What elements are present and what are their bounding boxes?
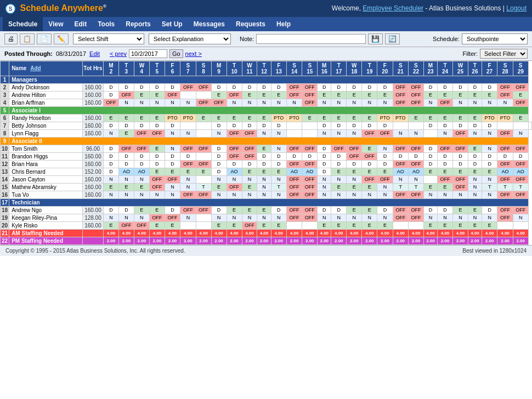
day-cell[interactable]: N: [134, 175, 149, 183]
day-cell[interactable]: OFF: [149, 129, 165, 137]
day-cell[interactable]: D: [211, 206, 227, 214]
day-cell[interactable]: N: [423, 191, 437, 198]
day-cell[interactable]: OFF: [286, 145, 302, 152]
day-cell[interactable]: N: [482, 175, 497, 183]
day-cell[interactable]: OFF: [393, 99, 408, 106]
day-cell[interactable]: OFF: [286, 206, 302, 214]
day-cell[interactable]: D: [408, 152, 423, 160]
day-cell[interactable]: D: [482, 152, 497, 160]
day-cell[interactable]: N: [377, 214, 393, 221]
nav-schedule[interactable]: Schedule: [3, 17, 43, 31]
day-cell[interactable]: N: [468, 191, 482, 198]
day-cell[interactable]: N: [242, 214, 257, 221]
day-cell[interactable]: D: [437, 160, 452, 168]
day-cell[interactable]: OFF: [452, 129, 468, 137]
day-cell[interactable]: OFF: [362, 129, 377, 137]
day-cell[interactable]: N: [211, 129, 227, 137]
day-cell[interactable]: D: [103, 91, 118, 99]
day-cell[interactable]: OFF: [331, 145, 347, 152]
day-cell[interactable]: N: [227, 214, 242, 221]
day-cell[interactable]: N: [118, 214, 134, 221]
day-cell[interactable]: N: [331, 99, 347, 106]
day-cell[interactable]: E: [513, 91, 528, 99]
day-cell[interactable]: D: [423, 145, 437, 152]
day-cell[interactable]: [196, 221, 211, 229]
day-cell[interactable]: OFF: [196, 160, 211, 168]
day-cell[interactable]: D: [318, 206, 331, 214]
table-row[interactable]: 3Andrew Hilton160.00DOFFEEOFFEOFFEEEOFFO…: [1, 91, 532, 99]
add-link[interactable]: Add: [30, 65, 41, 71]
day-cell[interactable]: OFF: [513, 83, 528, 91]
day-cell[interactable]: E: [347, 168, 362, 175]
day-cell[interactable]: E: [242, 114, 257, 122]
day-cell[interactable]: E: [423, 91, 437, 99]
table-row[interactable]: 2Andy Dickinson160.00DDDDDOFFOFFDDDDDOFF…: [1, 83, 532, 91]
day-cell[interactable]: N: [318, 129, 331, 137]
day-cell[interactable]: D: [393, 152, 408, 160]
table-row[interactable]: 14Jason Cayton160.00NNNOFFOFFNNNNNNOFFOF…: [1, 175, 532, 183]
day-cell[interactable]: E: [362, 206, 377, 214]
day-cell[interactable]: OFF: [286, 175, 302, 183]
day-cell[interactable]: OFF: [211, 99, 227, 106]
day-cell[interactable]: [393, 122, 408, 129]
day-cell[interactable]: E: [362, 168, 377, 175]
day-cell[interactable]: E: [103, 183, 118, 191]
day-cell[interactable]: N: [482, 214, 497, 221]
nav-messages[interactable]: Messages: [188, 17, 230, 31]
day-cell[interactable]: D: [271, 83, 286, 91]
day-cell[interactable]: OFF: [165, 214, 180, 221]
day-cell[interactable]: OFF: [437, 145, 452, 152]
day-cell[interactable]: N: [452, 191, 468, 198]
day-cell[interactable]: D: [331, 206, 347, 214]
day-cell[interactable]: OFF: [302, 191, 318, 198]
day-cell[interactable]: N: [165, 129, 180, 137]
day-cell[interactable]: N: [408, 129, 423, 137]
nav-reports[interactable]: Reports: [120, 17, 156, 31]
day-cell[interactable]: E: [149, 206, 165, 214]
day-cell[interactable]: OFF: [347, 152, 362, 160]
day-cell[interactable]: [286, 129, 302, 137]
day-cell[interactable]: OFF: [513, 145, 528, 152]
day-cell[interactable]: OFF: [393, 206, 408, 214]
day-cell[interactable]: D: [118, 122, 134, 129]
day-cell[interactable]: OFF: [497, 83, 513, 91]
day-cell[interactable]: E: [377, 91, 393, 99]
day-cell[interactable]: D: [103, 122, 118, 129]
day-cell[interactable]: N: [377, 191, 393, 198]
day-cell[interactable]: E: [318, 221, 331, 229]
day-cell[interactable]: OFF: [393, 145, 408, 152]
day-cell[interactable]: [528, 122, 531, 129]
employee-name[interactable]: Jason Cayton: [9, 175, 83, 183]
note-save-icon[interactable]: 💾: [368, 33, 383, 44]
day-cell[interactable]: E: [423, 183, 437, 191]
day-cell[interactable]: N: [482, 191, 497, 198]
day-cell[interactable]: N: [318, 99, 331, 106]
employee-name[interactable]: Chris Bernard: [9, 168, 83, 175]
day-cell[interactable]: N: [347, 175, 362, 183]
day-cell[interactable]: N: [513, 214, 528, 221]
day-cell[interactable]: OFF: [302, 206, 318, 214]
day-cell[interactable]: D: [423, 83, 437, 91]
copy-icon[interactable]: 📋: [20, 33, 35, 44]
day-cell[interactable]: E: [377, 168, 393, 175]
day-cell[interactable]: OFF: [180, 83, 196, 91]
logout-link[interactable]: Logout: [506, 4, 527, 12]
day-cell[interactable]: E: [211, 183, 227, 191]
day-cell[interactable]: AO: [393, 168, 408, 175]
table-row[interactable]: 19Keegan Riley-Pina128.00NNNOFFOFFNNNNNN…: [1, 214, 532, 221]
day-cell[interactable]: E: [134, 114, 149, 122]
day-cell[interactable]: N: [257, 129, 271, 137]
day-cell[interactable]: E: [149, 145, 165, 152]
day-cell[interactable]: D: [468, 160, 482, 168]
day-cell[interactable]: OFF: [437, 99, 452, 106]
day-cell[interactable]: E: [331, 183, 347, 191]
day-cell[interactable]: N: [452, 214, 468, 221]
day-cell[interactable]: E: [211, 91, 227, 99]
day-cell[interactable]: AO: [302, 168, 318, 175]
day-cell[interactable]: E: [118, 183, 134, 191]
day-cell[interactable]: E: [331, 168, 347, 175]
day-cell[interactable]: E: [331, 91, 347, 99]
shift-select[interactable]: Select Shift: [73, 33, 144, 44]
day-cell[interactable]: D: [257, 152, 271, 160]
day-cell[interactable]: OFF: [408, 206, 423, 214]
